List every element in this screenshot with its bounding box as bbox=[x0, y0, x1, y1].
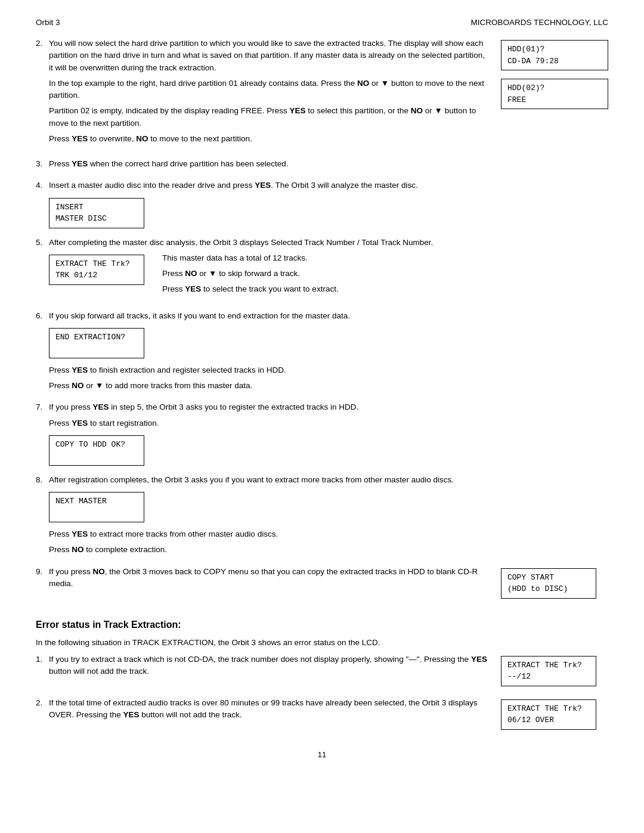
extract-trk-line1: EXTRACT THE Trk? bbox=[55, 258, 138, 270]
insert-line1: INSERT bbox=[55, 202, 138, 213]
hdd01-line2: CD-DA 79:28 bbox=[507, 55, 602, 67]
error-item-1-text: If you try to extract a track which is n… bbox=[49, 654, 489, 682]
item-9-num: 9. bbox=[36, 566, 49, 606]
copy-start-line1: COPY START bbox=[507, 572, 590, 584]
next-master-box: NEXT MASTER bbox=[49, 492, 144, 522]
extract-trk-line2: TRK 01/12 bbox=[55, 270, 138, 281]
header-right: MICROBOARDS TECHNOLOGY, LLC bbox=[470, 18, 608, 27]
hdd02-box: HDD(02)? FREE bbox=[501, 79, 608, 109]
item-6-text: If you skip forward all tracks, it asks … bbox=[49, 310, 608, 322]
insert-master-disc-box: INSERT MASTER DISC bbox=[49, 198, 144, 228]
error-section-intro: In the following situation in TRACK EXTR… bbox=[36, 637, 608, 649]
insert-line2: MASTER DISC bbox=[55, 213, 138, 225]
error-item-1-box: EXTRACT THE Trk? --/12 bbox=[501, 654, 608, 689]
error-item-1: 1. If you try to extract a track which i… bbox=[36, 654, 608, 689]
item-8-below1: Press YES to extract more tracks from ot… bbox=[49, 528, 608, 540]
item-5-right-text: This master data has a total of 12 track… bbox=[162, 252, 608, 299]
item-6: 6. If you skip forward all tracks, it as… bbox=[36, 310, 608, 396]
item-8-num: 8. bbox=[36, 474, 49, 560]
next-master-spacer bbox=[55, 507, 138, 519]
error-extract-line2-1: --/12 bbox=[507, 671, 590, 683]
item-7-num: 7. bbox=[36, 401, 49, 468]
page-number: 11 bbox=[36, 750, 608, 759]
item-5-rt3: Press YES to select the track you want t… bbox=[162, 283, 608, 295]
item-5-extract: EXTRACT THE Trk? TRK 01/12 This master d… bbox=[49, 252, 608, 299]
error-extract-box-1: EXTRACT THE Trk? --/12 bbox=[501, 656, 596, 686]
item-3-body: Press YES when the correct hard drive pa… bbox=[49, 158, 608, 174]
item-3: 3. Press YES when the correct hard drive… bbox=[36, 158, 608, 174]
item-8-body: After registration completes, the Orbit … bbox=[49, 474, 608, 560]
item-4-body: Insert a master audio disc into the read… bbox=[49, 179, 608, 230]
end-extraction-spacer bbox=[55, 343, 138, 355]
item-7-text1: If you press YES in step 5, the Orbit 3 … bbox=[49, 401, 608, 413]
item-3-text: Press YES when the correct hard drive pa… bbox=[49, 158, 608, 170]
error-item-2-body: If the total time of extracted audio tra… bbox=[49, 697, 608, 732]
item-4: 4. Insert a master audio disc into the r… bbox=[36, 179, 608, 230]
item-6-num: 6. bbox=[36, 310, 49, 396]
error-item-1-content: If you try to extract a track which is n… bbox=[49, 654, 608, 689]
item-9-text: If you press NO, the Orbit 3 moves back … bbox=[49, 566, 489, 590]
item-2-p3: Partition 02 is empty, indicated by the … bbox=[49, 105, 489, 129]
error-item-2-text: If the total time of extracted audio tra… bbox=[49, 697, 489, 725]
header-left: Orbit 3 bbox=[36, 18, 60, 27]
item-5: 5. After completing the master disc anal… bbox=[36, 237, 608, 304]
item-5-rt2: Press NO or ▼ to skip forward a track. bbox=[162, 268, 608, 280]
item-3-num: 3. bbox=[36, 158, 49, 174]
item-2-p4: Press YES to overwrite, NO to move to th… bbox=[49, 133, 489, 145]
item-7-body: If you press YES in step 5, the Orbit 3 … bbox=[49, 401, 608, 468]
hdd01-box: HDD(01)? CD-DA 79:28 bbox=[501, 40, 608, 70]
error-extract-line2-2: 06/12 OVER bbox=[507, 714, 590, 726]
end-extraction-box: END EXTRACTION? bbox=[49, 328, 144, 358]
item-7-text2: Press YES to start registration. bbox=[49, 417, 608, 429]
item-9-box-col: COPY START (HDD to DISC) bbox=[501, 566, 608, 601]
end-extraction-line1: END EXTRACTION? bbox=[55, 332, 138, 343]
item-6-body: If you skip forward all tracks, it asks … bbox=[49, 310, 608, 396]
hdd01-line1: HDD(01)? bbox=[507, 44, 602, 55]
item-6-below2: Press NO or ▼ to add more tracks from th… bbox=[49, 380, 608, 392]
error-item-2-num: 2. bbox=[36, 697, 49, 732]
error-item-2-content: If the total time of extracted audio tra… bbox=[49, 697, 608, 732]
item-2-content: You will now select the hard drive parti… bbox=[49, 38, 608, 148]
hdd02-line2: FREE bbox=[507, 94, 602, 106]
error-item-2-p: If the total time of extracted audio tra… bbox=[49, 697, 489, 721]
item-9-text-col: If you press NO, the Orbit 3 moves back … bbox=[49, 566, 489, 594]
item-5-box-col: EXTRACT THE Trk? TRK 01/12 bbox=[49, 252, 150, 287]
item-4-text: Insert a master audio disc into the read… bbox=[49, 179, 608, 191]
copy-to-hdd-spacer bbox=[55, 450, 138, 462]
item-2-num: 2. bbox=[36, 38, 49, 152]
item-2-boxes: HDD(01)? CD-DA 79:28 HDD(02)? FREE bbox=[501, 38, 608, 112]
item-4-num: 4. bbox=[36, 179, 49, 230]
item-2-body: You will now select the hard drive parti… bbox=[49, 38, 608, 152]
item-2-p2: In the top example to the right, hard dr… bbox=[49, 78, 489, 102]
extract-trk-box: EXTRACT THE Trk? TRK 01/12 bbox=[49, 255, 144, 285]
item-5-body: After completing the master disc analysi… bbox=[49, 237, 608, 304]
error-section-heading: Error status in Track Extraction: bbox=[36, 618, 608, 632]
copy-to-hdd-line1: COPY TO HDD OK? bbox=[55, 439, 138, 451]
error-item-2-box: EXTRACT THE Trk? 06/12 OVER bbox=[501, 697, 608, 732]
error-extract-line1-2: EXTRACT THE Trk? bbox=[507, 703, 590, 715]
item-8-text: After registration completes, the Orbit … bbox=[49, 474, 608, 486]
item-9-content: If you press NO, the Orbit 3 moves back … bbox=[49, 566, 608, 601]
copy-to-hdd-box: COPY TO HDD OK? bbox=[49, 435, 144, 466]
hdd02-line1: HDD(02)? bbox=[507, 82, 602, 94]
item-9-body: If you press NO, the Orbit 3 moves back … bbox=[49, 566, 608, 606]
item-2-p1: You will now select the hard drive parti… bbox=[49, 38, 489, 74]
error-item-1-num: 1. bbox=[36, 654, 49, 689]
error-item-2: 2. If the total time of extracted audio … bbox=[36, 697, 608, 732]
copy-start-box: COPY START (HDD to DISC) bbox=[501, 568, 596, 599]
next-master-line1: NEXT MASTER bbox=[55, 496, 138, 507]
item-8-below2: Press NO to complete extraction. bbox=[49, 544, 608, 556]
item-9: 9. If you press NO, the Orbit 3 moves ba… bbox=[36, 566, 608, 606]
error-item-1-body: If you try to extract a track which is n… bbox=[49, 654, 608, 689]
copy-start-line2: (HDD to DISC) bbox=[507, 583, 590, 595]
error-extract-box-2: EXTRACT THE Trk? 06/12 OVER bbox=[501, 699, 596, 730]
error-extract-line1-1: EXTRACT THE Trk? bbox=[507, 659, 590, 671]
item-7: 7. If you press YES in step 5, the Orbit… bbox=[36, 401, 608, 468]
item-2: 2. You will now select the hard drive pa… bbox=[36, 38, 608, 152]
item-5-num: 5. bbox=[36, 237, 49, 304]
error-item-1-p: If you try to extract a track which is n… bbox=[49, 654, 489, 678]
item-2-text: You will now select the hard drive parti… bbox=[49, 38, 489, 148]
item-6-below1: Press YES to finish extraction and regis… bbox=[49, 364, 608, 376]
item-5-text: After completing the master disc analysi… bbox=[49, 237, 608, 249]
item-8: 8. After registration completes, the Orb… bbox=[36, 474, 608, 560]
